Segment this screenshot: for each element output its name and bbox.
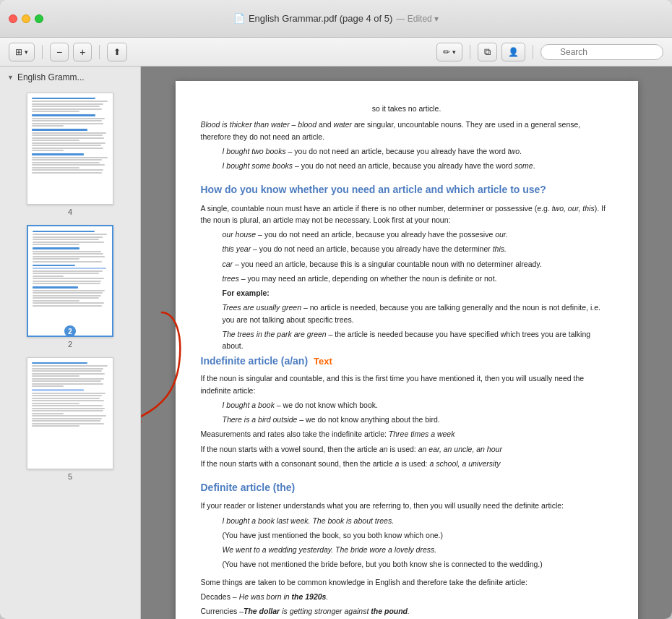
annotate-button[interactable]: ✏ ▾	[436, 43, 462, 61]
def-body1: If your reader or listener understands w…	[201, 500, 613, 511]
indef-body3: If the noun starts with a vowel sound, t…	[201, 443, 613, 455]
ck1: Decades – He was born in the 1920s.	[201, 591, 613, 602]
traffic-lights	[9, 14, 43, 23]
common-knowledge-intro: Some things are taken to be common knowl…	[201, 576, 613, 588]
zoom-out-button[interactable]: −	[50, 43, 69, 61]
copy-icon: ⧉	[484, 46, 491, 58]
search-wrapper: 🔍	[540, 44, 663, 60]
share-button[interactable]: ⬆	[107, 43, 127, 61]
para1: Blood is thicker than water – blood and …	[201, 119, 613, 142]
pdf-icon: 📄	[233, 13, 245, 24]
example2: this year – you do not need an article, …	[223, 243, 613, 255]
def-eg2: (You have just mentioned the book, so yo…	[223, 529, 613, 541]
title-bar: 📄 English Grammar.pdf (page 4 of 5) — Ed…	[0, 0, 672, 38]
pdf-area[interactable]: so it takes no article. Blood is thicker…	[141, 67, 672, 619]
page-badge-2: 2	[64, 325, 76, 337]
def-eg3: We went to a wedding yesterday. The brid…	[223, 544, 613, 555]
para3: I bought some books – you do not need an…	[223, 160, 613, 171]
annotation-arrow	[141, 305, 183, 421]
page-number-2: 2	[68, 340, 72, 349]
minimize-button[interactable]	[22, 14, 30, 23]
person-button[interactable]: 👤	[501, 43, 525, 61]
zoom-in-icon: +	[79, 46, 85, 58]
toolbar: ⊞ ▾ − + ⬆ ✏ ▾ ⧉ 👤 🔍	[0, 38, 672, 67]
indef-body2: Measurements and rates also take the ind…	[201, 428, 613, 440]
toolbar-separator-3	[470, 45, 470, 59]
copy-button[interactable]: ⧉	[478, 43, 497, 61]
intro-text: so it takes no article.	[201, 103, 613, 114]
annotate-chevron-icon: ▾	[452, 48, 456, 56]
indef-eg1: I bought a book – we do not know which b…	[223, 399, 613, 411]
search-input[interactable]	[540, 44, 663, 60]
indef-eg2: There is a bird outside – we do not know…	[223, 414, 613, 425]
toolbar-separator-2	[99, 45, 100, 59]
heading1: How do you know whether you need an arti…	[201, 183, 613, 196]
sidebar-header: ▼ English Gramm...	[0, 67, 140, 88]
share-icon: ⬆	[113, 47, 121, 57]
indef-body1: If the noun is singular and countable, a…	[201, 372, 613, 396]
close-button[interactable]	[9, 14, 17, 23]
heading3: Definite article (the)	[201, 481, 613, 494]
indef-body4: If the noun starts with a consonant soun…	[201, 458, 613, 469]
page-number-5: 5	[68, 472, 72, 481]
person-icon: 👤	[508, 47, 519, 57]
pdf-page: so it takes no article. Blood is thicker…	[176, 81, 638, 619]
pen-icon: ✏	[443, 47, 450, 57]
page-thumb-image-4	[27, 93, 113, 205]
example4: trees – you may need an article, dependi…	[223, 273, 613, 284]
def-eg4: (You have not mentioned the bride before…	[223, 558, 613, 570]
sidebar: ▼ English Gramm...	[0, 67, 141, 619]
window-title: English Grammar.pdf (page 4 of 5)	[249, 13, 392, 24]
body1: A single, countable noun must have an ar…	[201, 202, 613, 226]
example3: car – you need an article, because this …	[223, 258, 613, 270]
sidebar-title: English Gramm...	[17, 72, 85, 82]
main-area: ▼ English Gramm...	[0, 67, 672, 619]
sidebar-chevron-icon: ▼	[7, 74, 14, 81]
window-title-area: 📄 English Grammar.pdf (page 4 of 5) — Ed…	[233, 13, 439, 24]
toolbar-separator-1	[42, 45, 43, 59]
edited-label: — Edited ▾	[396, 14, 439, 24]
page-thumb-2[interactable]: 2 2	[0, 221, 140, 353]
ck2: Currencies –The dollar is getting strong…	[201, 605, 613, 617]
app-window: 📄 English Grammar.pdf (page 4 of 5) — Ed…	[0, 0, 672, 619]
chevron-down-icon: ▾	[25, 48, 28, 56]
heading2: Indefinite article (a/an) Text	[201, 355, 332, 367]
page-number-4: 4	[68, 208, 72, 216]
toolbar-separator-4	[533, 45, 533, 59]
sidebar-toggle-icon: ⊞	[15, 47, 22, 57]
zoom-out-icon: −	[56, 46, 62, 58]
zoom-in-button[interactable]: +	[73, 43, 92, 61]
eg2: The trees in the park are green – the ar…	[223, 328, 613, 352]
text-annotation: Text	[314, 356, 332, 367]
for-example-label: For example:	[223, 287, 613, 299]
page-thumb-image-5	[27, 357, 113, 469]
sidebar-toggle-button[interactable]: ⊞ ▾	[9, 43, 35, 61]
eg1: Trees are usually green – no article is …	[223, 302, 613, 325]
para2: I bought two books – you do not need an …	[223, 145, 613, 157]
page-thumb-5[interactable]: 5	[0, 353, 140, 485]
example1: our house – you do not need an article, …	[223, 229, 613, 240]
page-thumb-4[interactable]: 4	[0, 88, 140, 221]
def-eg1: I bought a book last week. The book is a…	[223, 515, 613, 526]
page-thumb-image-2	[27, 225, 113, 337]
fullscreen-button[interactable]	[35, 14, 43, 23]
